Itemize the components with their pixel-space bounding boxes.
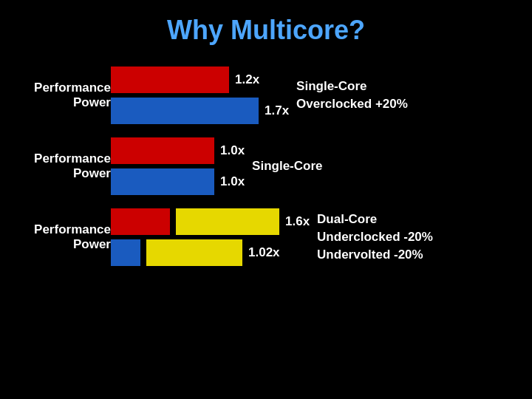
bar-3b-yellow	[146, 239, 242, 266]
bar-3a-label: 1.6x	[285, 214, 310, 229]
bar-1a-red	[111, 66, 229, 93]
section-1-bars: 1.2x 1.7x	[111, 66, 289, 124]
section-2-bars: 1.0x 1.0x	[111, 137, 245, 195]
bar-row-2b: 1.0x	[111, 168, 245, 195]
bar-row-3b: 1.02x	[111, 239, 310, 266]
bar-row-1b: 1.7x	[111, 98, 289, 124]
bar-3b-label: 1.02x	[248, 245, 280, 260]
section-1: Performance Power 1.2x 1.7x Single-Core …	[22, 66, 510, 124]
section-2-description: Single-Core	[252, 157, 322, 175]
section-3-bars: 1.6x 1.02x	[111, 208, 310, 266]
sections-area: Performance Power 1.2x 1.7x Single-Core …	[22, 66, 510, 272]
bar-row-2a: 1.0x	[111, 137, 245, 164]
main-container: Why Multicore? Performance Power 1.2x 1.…	[0, 0, 532, 399]
section-3-description: Dual-Core Underclocked -20% Undervolted …	[317, 211, 433, 263]
bar-2a-red	[111, 137, 214, 164]
section-3-label: Performance Power	[22, 222, 111, 253]
bar-1b-label: 1.7x	[265, 103, 289, 118]
bar-2a-label: 1.0x	[220, 143, 245, 158]
bar-1b-blue	[111, 98, 259, 124]
bar-3a-red	[111, 208, 170, 235]
section-1-label: Performance Power	[22, 81, 111, 111]
bar-2b-label: 1.0x	[220, 174, 245, 189]
section-2-label: Performance Power	[22, 151, 111, 182]
bar-3b-blue	[111, 239, 140, 266]
bar-2b-blue	[111, 168, 214, 195]
bar-row-1a: 1.2x	[111, 66, 289, 93]
section-2: Performance Power 1.0x 1.0x Single-Core	[22, 137, 510, 195]
bar-row-3a: 1.6x	[111, 208, 310, 235]
bar-3a-yellow	[176, 208, 279, 235]
section-1-description: Single-Core Overclocked +20%	[296, 78, 408, 113]
page-title: Why Multicore?	[167, 15, 365, 46]
bar-1a-label: 1.2x	[235, 72, 259, 87]
section-3: Performance Power 1.6x 1.02x Dual-Core	[22, 208, 510, 266]
